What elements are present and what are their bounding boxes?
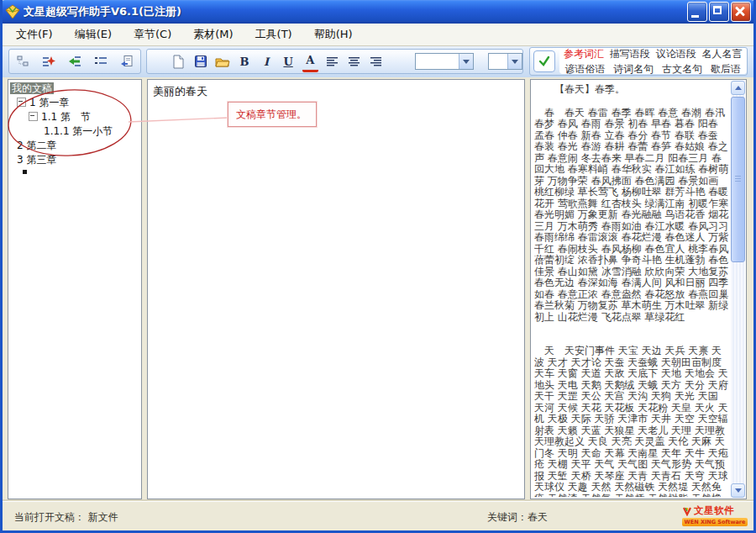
sky-word-list[interactable]: 天 天安门事件 天宝 天边 天兵 天禀 天波 天才 天才论 天蚕 天蚕蛾 天朝田…: [534, 346, 729, 497]
window-title: 文星超级写作助手V6.1(已注册): [24, 4, 687, 19]
close-button[interactable]: [731, 2, 751, 22]
app-logo-icon: [5, 4, 20, 19]
tab-famous-quotes[interactable]: 名人名言: [702, 47, 743, 61]
save-icon[interactable]: [192, 52, 208, 71]
new-document-icon[interactable]: [171, 52, 186, 71]
font-name-value: [416, 54, 459, 69]
italic-button[interactable]: I: [258, 52, 274, 71]
collapse-icon[interactable]: [17, 98, 26, 107]
window-controls: [687, 2, 751, 22]
tab-reference-words[interactable]: 参考词汇: [564, 47, 604, 61]
outline-tree-panel: 我的文稿 1 第一章 1.1 第 节 1.1.1 第一小节 2 第二章 3 第三…: [8, 79, 142, 499]
format-toolbar: B I U A: [146, 49, 523, 74]
maximize-button[interactable]: [709, 2, 729, 22]
minimize-button[interactable]: [687, 2, 707, 22]
reference-panel: 【春天】春季。 春 春天 春雷 春季 春晖 春意 春潮 春汛 春梦 春风 春雨 …: [530, 79, 747, 499]
collapse-icon[interactable]: [29, 112, 38, 121]
keyword-status: 关键词：春天: [487, 510, 548, 525]
tab-poetry-lines[interactable]: 诗词名句: [613, 62, 654, 77]
font-size-value: [489, 54, 507, 69]
annotation-handle: [23, 170, 27, 174]
open-folder-icon[interactable]: [214, 52, 230, 71]
align-right-icon[interactable]: [368, 52, 384, 71]
reference-entry-header: 【春天】春季。: [534, 84, 729, 96]
menu-file[interactable]: 文件(F): [5, 24, 64, 45]
menu-bar: 文件(F) 编辑(E) 章节(C) 素材(M) 工具(T) 帮助(H): [2, 24, 756, 46]
menu-material[interactable]: 素材(M): [182, 24, 244, 45]
tree-node-subsection111[interactable]: 1.1.1 第一小节: [10, 124, 141, 139]
bold-button[interactable]: B: [236, 52, 252, 71]
menu-tools[interactable]: 工具(T): [244, 24, 303, 45]
tree-node-chapter2[interactable]: 2 第二章: [10, 139, 141, 153]
spring-word-list[interactable]: 春 春天 春雷 春季 春晖 春意 春潮 春汛 春梦 春风 春雨 春景 初春 早春…: [534, 108, 729, 324]
scroll-down-icon[interactable]: [731, 483, 745, 498]
tab-argument-passages[interactable]: 议论语段: [656, 47, 696, 61]
align-center-icon[interactable]: [346, 52, 362, 71]
tab-classical-lines[interactable]: 古文名句: [662, 62, 702, 77]
menu-chapter[interactable]: 章节(C): [123, 24, 182, 45]
underline-button[interactable]: U: [281, 52, 297, 71]
combo-dropdown-icon[interactable]: [507, 54, 522, 69]
tree-root-label[interactable]: 我的文稿: [10, 82, 54, 94]
font-color-button[interactable]: A: [302, 51, 318, 72]
align-left-icon[interactable]: [324, 52, 340, 71]
menu-help[interactable]: 帮助(H): [303, 24, 364, 45]
annotation-callout: 文稿章节管理。: [228, 102, 317, 127]
status-bar: 当前打开文稿： 新文件 关键词：春天 文星软件 WEN XING Softwar…: [2, 501, 754, 530]
delete-chapter-icon[interactable]: [40, 52, 57, 71]
current-document-status: 当前打开文稿： 新文件: [14, 510, 118, 525]
font-size-combobox[interactable]: [488, 53, 522, 70]
font-name-combobox[interactable]: [415, 53, 474, 70]
title-bar: 文星超级写作助手V6.1(已注册): [0, 0, 756, 24]
toolbar: B I U A: [2, 46, 754, 77]
chapter-tree-icon[interactable]: [14, 52, 31, 71]
chapter-toolbar: [8, 49, 141, 74]
scrollbar-thumb[interactable]: [731, 97, 745, 262]
tab-descriptive-passages[interactable]: 描写语段: [610, 47, 650, 61]
promote-chapter-icon[interactable]: [66, 52, 83, 71]
wenxing-logo[interactable]: 文星软件 WEN XING Software: [682, 504, 748, 528]
tab-proverbs[interactable]: 谚语俗语: [564, 62, 605, 77]
tree-node-section11[interactable]: 1.1 第 节: [10, 110, 141, 124]
reference-tabs: 参考词汇 描写语段 议论语段 名人名言 谚语俗语 诗词名句 古文名句 歇后语: [559, 49, 747, 74]
scroll-up-icon[interactable]: [731, 81, 745, 95]
reference-content: 【春天】春季。 春 春天 春雷 春季 春晖 春意 春潮 春汛 春梦 春风 春雨 …: [534, 82, 729, 497]
tree-node-chapter1[interactable]: 1 第一章: [10, 96, 141, 110]
combo-dropdown-icon[interactable]: [459, 54, 473, 69]
tree-node-chapter3[interactable]: 3 第三章: [10, 153, 141, 167]
document-text: 美丽的春天: [153, 85, 207, 98]
copy-page-icon[interactable]: [118, 52, 135, 71]
tree-root[interactable]: 我的文稿: [10, 82, 141, 96]
app-window: 文星超级写作助手V6.1(已注册) 文件(F) 编辑(E) 章节(C) 素材(M…: [0, 0, 756, 533]
wenxing-logo-icon: [682, 506, 692, 516]
check-button[interactable]: [533, 50, 555, 72]
document-editor[interactable]: 美丽的春天: [147, 79, 525, 499]
wenxing-logo-subtext: WEN XING Software: [682, 518, 748, 526]
reference-toolbar: 参考词汇 描写语段 议论语段 名人名言 谚语俗语 诗词名句 古文名句 歇后语: [529, 47, 748, 76]
tab-xiehouyu[interactable]: 歇后语: [711, 62, 741, 77]
reference-scrollbar[interactable]: [731, 81, 745, 498]
wenxing-logo-text: 文星软件: [694, 504, 734, 517]
outline-list-icon[interactable]: [92, 52, 109, 71]
menu-edit[interactable]: 编辑(E): [64, 24, 123, 45]
